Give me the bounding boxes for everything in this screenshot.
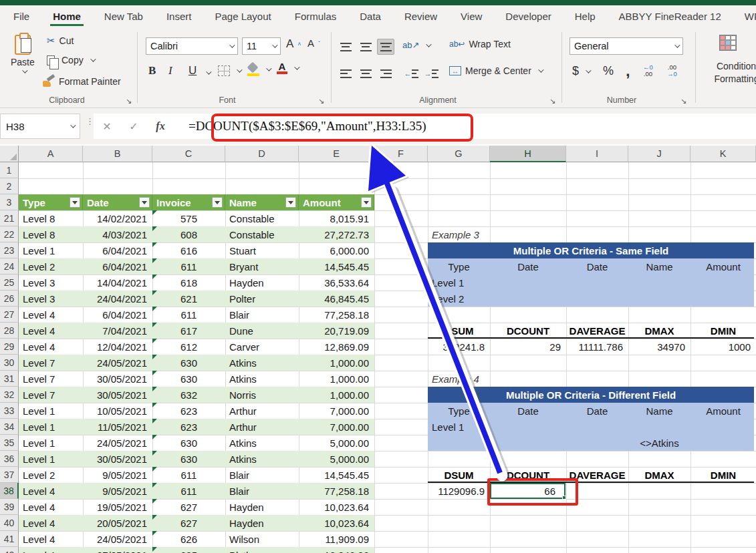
cell-a25[interactable]: Level 3 [19,274,83,291]
cell-a22[interactable]: Level 8 [19,226,83,242]
cell-e33[interactable]: 7,000.00 [299,403,374,419]
column-header-e[interactable]: E [299,146,374,162]
column-header-k[interactable]: K [690,146,756,162]
cell-a37[interactable]: Level 2 [19,467,83,483]
cell-c25[interactable]: 618 [152,274,225,291]
filter-button[interactable] [212,197,223,208]
filter-button[interactable] [285,197,296,208]
column-header-g[interactable]: G [428,146,490,162]
cell-b37[interactable]: 9/05/2021 [83,467,152,483]
cell-c42[interactable]: 625 [152,547,225,553]
cell-a35[interactable]: Level 1 [19,435,83,451]
cell-c34[interactable]: 623 [152,419,225,435]
cell-a40[interactable]: Level 4 [19,515,83,531]
result-value-daverage[interactable]: 11111.786 [566,339,628,355]
cell-b38[interactable]: 9/05/2021 [83,483,152,499]
cell-a31[interactable]: Level 7 [19,371,83,387]
result-value-dcount[interactable]: 29 [490,339,566,355]
row-header-23[interactable]: 23 [0,242,19,258]
result-value-dmax[interactable]: 34970 [628,339,690,355]
cell-c40[interactable]: 627 [152,515,225,531]
cell-b30[interactable]: 24/05/2021 [83,355,152,371]
row-header-3[interactable]: 3 [0,194,19,210]
cell-d25[interactable]: Hayden [225,274,299,291]
row-header-24[interactable]: 24 [0,258,19,274]
filter-button[interactable] [361,197,372,208]
row-header-27[interactable]: 27 [0,307,19,323]
cell-e22[interactable]: 27,272.73 [299,226,374,242]
cell-a34[interactable]: Level 1 [19,419,83,435]
row-header-22[interactable]: 22 [0,226,19,242]
column-header-b[interactable]: B [83,146,152,162]
cell-c29[interactable]: 612 [152,339,225,355]
cell-c37[interactable]: 611 [152,467,225,483]
cell-c38[interactable]: 611 [152,483,225,499]
cell-b27[interactable]: 6/04/2021 [83,307,152,323]
row-header-40[interactable]: 40 [0,515,19,531]
column-header-c[interactable]: C [152,146,225,162]
cell-c22[interactable]: 608 [152,226,225,242]
row-header-28[interactable]: 28 [0,323,19,339]
criteria-cell[interactable]: <>Atkins [628,435,690,451]
cell-a39[interactable]: Level 4 [19,499,83,515]
cell-d41[interactable]: Wilson [225,531,299,547]
cell-d37[interactable]: Blair [225,467,299,483]
column-header-d[interactable]: D [225,146,299,162]
filter-button[interactable] [139,197,150,208]
cell-b36[interactable]: 30/05/2021 [83,451,152,467]
cell-d30[interactable]: Atkins [225,355,299,371]
cell-d28[interactable]: Dune [225,323,299,339]
cell-b22[interactable]: 4/03/2021 [83,226,152,242]
cell-b28[interactable]: 7/04/2021 [83,323,152,339]
cell-b26[interactable]: 24/04/2021 [83,291,152,307]
column-header-i[interactable]: I [566,146,628,162]
column-header-j[interactable]: J [628,146,690,162]
result-value-dmin[interactable]: 1000 [690,339,756,355]
cell-b33[interactable]: 10/05/2021 [83,403,152,419]
cell-a32[interactable]: Level 7 [19,387,83,403]
cell-c28[interactable]: 617 [152,323,225,339]
row-header-31[interactable]: 31 [0,371,19,387]
cell-a42[interactable]: Level 4 [19,547,83,553]
cell-e29[interactable]: 12,869.09 [299,339,374,355]
cell-e23[interactable]: 6,000.00 [299,242,374,258]
result-value-dsum[interactable]: 322241.8 [428,339,490,355]
column-header-a[interactable]: A [19,146,83,162]
row-header-33[interactable]: 33 [0,403,19,419]
row-header-26[interactable]: 26 [0,291,19,307]
cell-a41[interactable]: Level 4 [19,531,83,547]
criteria-cell[interactable]: Level 1 [428,274,490,291]
row-header-42[interactable]: 42 [0,547,19,553]
cell-a36[interactable]: Level 1 [19,451,83,467]
cell-e40[interactable]: 10,023.64 [299,515,374,531]
cell-c35[interactable]: 630 [152,435,225,451]
result-value-dsum[interactable]: 1129096.9 [428,483,490,499]
cell-c36[interactable]: 630 [152,451,225,467]
cell-a33[interactable]: Level 1 [19,403,83,419]
cell-e38[interactable]: 77,258.18 [299,483,374,499]
cell-c23[interactable]: 616 [152,242,225,258]
row-header-29[interactable]: 29 [0,339,19,355]
cell-b32[interactable]: 30/05/2021 [83,387,152,403]
cell-c31[interactable]: 630 [152,371,225,387]
row-header-30[interactable]: 30 [0,355,19,371]
criteria-cell[interactable]: Level 1 [428,419,490,435]
criteria-cell[interactable]: Level 2 [428,291,490,307]
cell-b25[interactable]: 14/04/2021 [83,274,152,291]
cell-c21[interactable]: 575 [152,210,225,226]
row-header-21[interactable]: 21 [0,210,19,226]
cell-a24[interactable]: Level 2 [19,258,83,274]
cell-d27[interactable]: Blair [225,307,299,323]
cell-b24[interactable]: 6/04/2021 [83,258,152,274]
cell-d24[interactable]: Bryant [225,258,299,274]
cell-a27[interactable]: Level 4 [19,307,83,323]
row-header-35[interactable]: 35 [0,435,19,451]
cell-b34[interactable]: 11/05/2021 [83,419,152,435]
cell-c24[interactable]: 611 [152,258,225,274]
cell-a29[interactable]: Level 4 [19,339,83,355]
cell-b35[interactable]: 24/05/2021 [83,435,152,451]
cell-a30[interactable]: Level 7 [19,355,83,371]
cell-d38[interactable]: Blair [225,483,299,499]
cell-e21[interactable]: 8,015.91 [299,210,374,226]
column-header-f[interactable]: F [374,146,428,162]
